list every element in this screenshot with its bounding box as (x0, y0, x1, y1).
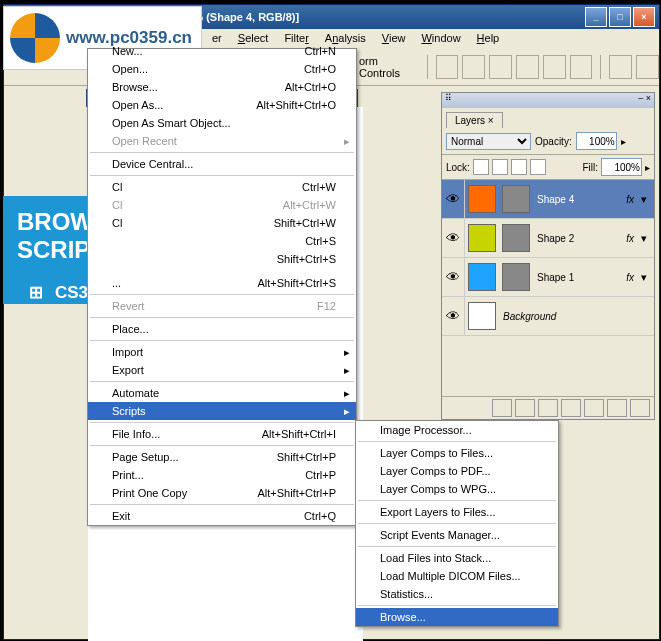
layer-row[interactable]: 👁Shape 1fx▾ (442, 258, 654, 297)
visibility-eye-icon[interactable]: 👁 (442, 180, 465, 218)
align-button-1[interactable] (436, 55, 459, 79)
layer-style-button[interactable] (515, 399, 535, 417)
submenu-item[interactable]: Load Files into Stack... (356, 549, 558, 567)
layers-panel: ⠿ – × Layers × Normal Opacity: ▸ Lock: F… (441, 92, 655, 420)
layer-row[interactable]: 👁Shape 4fx▾ (442, 180, 654, 219)
layer-group-button[interactable] (584, 399, 604, 417)
toolbar-divider (600, 55, 601, 79)
menu-item: ClAlt+Ctrl+W (88, 196, 356, 214)
menu-window[interactable]: Window (413, 29, 468, 49)
close-button[interactable]: × (633, 7, 655, 27)
fx-toggle-icon[interactable]: ▾ (638, 271, 650, 284)
submenu-arrow-icon: ▸ (344, 135, 350, 148)
menu-item: Open Recent▸ (88, 132, 356, 150)
layer-row[interactable]: 👁Shape 2fx▾ (442, 219, 654, 258)
menu-item[interactable]: Ctrl+S (88, 232, 356, 250)
submenu-item[interactable]: Layer Comps to PDF... (356, 462, 558, 480)
lock-all-icon[interactable] (530, 159, 546, 175)
panel-minimize-icon[interactable]: – (638, 93, 643, 103)
lock-position-icon[interactable] (511, 159, 527, 175)
menu-separator (358, 523, 556, 524)
link-layers-button[interactable] (492, 399, 512, 417)
menu-help[interactable]: Help (469, 29, 508, 49)
fx-toggle-icon[interactable]: ▾ (638, 193, 650, 206)
menu-item[interactable]: Import▸ (88, 343, 356, 361)
delete-layer-button[interactable] (630, 399, 650, 417)
submenu-arrow-icon: ▸ (344, 364, 350, 377)
fill-input[interactable] (601, 158, 642, 176)
blend-mode-select[interactable]: Normal (446, 133, 531, 150)
align-button-2[interactable] (462, 55, 485, 79)
menu-separator (90, 294, 354, 295)
submenu-arrow-icon: ▸ (344, 405, 350, 418)
adjustment-layer-button[interactable] (561, 399, 581, 417)
lock-label: Lock: (446, 162, 470, 173)
submenu-item[interactable]: Load Multiple DICOM Files... (356, 567, 558, 585)
menu-item[interactable]: File Info...Alt+Shift+Ctrl+I (88, 425, 356, 443)
submenu-item[interactable]: Statistics... (356, 585, 558, 603)
menu-item[interactable]: Browse...Alt+Ctrl+O (88, 78, 356, 96)
align-button-3[interactable] (489, 55, 512, 79)
panel-header[interactable]: ⠿ – × (442, 93, 654, 108)
align-button-8[interactable] (636, 55, 659, 79)
menu-item[interactable]: ExitCtrl+Q (88, 507, 356, 525)
menu-item[interactable]: Print One CopyAlt+Shift+Ctrl+P (88, 484, 356, 502)
submenu-item[interactable]: Export Layers to Files... (356, 503, 558, 521)
submenu-item[interactable]: Layer Comps to WPG... (356, 480, 558, 498)
toolbar-label: orm Controls (359, 55, 419, 79)
menu-view[interactable]: View (374, 29, 414, 49)
menu-item[interactable]: Page Setup...Shift+Ctrl+P (88, 448, 356, 466)
submenu-item[interactable]: Script Events Manager... (356, 526, 558, 544)
windows-icon: ⊞ (29, 282, 43, 303)
layers-tab[interactable]: Layers × (446, 112, 503, 128)
fill-arrow-icon[interactable]: ▸ (645, 162, 650, 173)
submenu-item[interactable]: Layer Comps to Files... (356, 444, 558, 462)
menu-separator (90, 504, 354, 505)
align-button-4[interactable] (516, 55, 539, 79)
align-button-6[interactable] (570, 55, 593, 79)
layer-mask-button[interactable] (538, 399, 558, 417)
maximize-button[interactable]: □ (609, 7, 631, 27)
minimize-button[interactable]: _ (585, 7, 607, 27)
file-menu: New...Ctrl+N Open...Ctrl+OBrowse...Alt+C… (87, 48, 357, 526)
fx-badge[interactable]: fx (626, 194, 634, 205)
fx-badge[interactable]: fx (626, 233, 634, 244)
align-button-5[interactable] (543, 55, 566, 79)
menu-item[interactable]: Open As Smart Object... (88, 114, 356, 132)
visibility-eye-icon[interactable]: 👁 (442, 219, 465, 257)
menu-item[interactable]: ClCtrl+W (88, 178, 356, 196)
vector-mask-thumb (502, 185, 530, 213)
visibility-eye-icon[interactable]: 👁 (442, 258, 465, 296)
promo-cs3: CS3 (55, 283, 88, 303)
fx-badge[interactable]: fx (626, 272, 634, 283)
menu-item: RevertF12 (88, 297, 356, 315)
layer-name: Shape 2 (537, 233, 574, 244)
menu-item[interactable]: ...Alt+Shift+Ctrl+S (88, 274, 356, 292)
submenu-item[interactable]: Image Processor... (356, 421, 558, 439)
opacity-input[interactable] (576, 132, 617, 150)
visibility-eye-icon[interactable]: 👁 (442, 297, 465, 335)
layer-row[interactable]: 👁Background (442, 297, 654, 336)
menu-item[interactable]: Scripts▸ (88, 402, 356, 420)
lock-transparent-icon[interactable] (473, 159, 489, 175)
menu-item[interactable]: Device Central... (88, 155, 356, 173)
fx-toggle-icon[interactable]: ▾ (638, 232, 650, 245)
layer-thumb (468, 224, 496, 252)
menu-item[interactable]: Export▸ (88, 361, 356, 379)
menu-item[interactable]: Print...Ctrl+P (88, 466, 356, 484)
menu-item-new[interactable]: New...Ctrl+N (88, 45, 356, 60)
panel-close-icon[interactable]: × (646, 93, 651, 103)
opacity-arrow-icon[interactable]: ▸ (621, 136, 626, 147)
menu-item[interactable]: Automate▸ (88, 384, 356, 402)
menu-item[interactable]: Shift+Ctrl+S (88, 250, 356, 268)
lock-pixels-icon[interactable] (492, 159, 508, 175)
align-button-7[interactable] (609, 55, 632, 79)
menu-item[interactable]: Open...Ctrl+O (88, 60, 356, 78)
submenu-item[interactable]: Browse... (356, 608, 558, 626)
new-layer-button[interactable] (607, 399, 627, 417)
menu-item[interactable]: Open As...Alt+Shift+Ctrl+O (88, 96, 356, 114)
menu-separator (358, 500, 556, 501)
toolbar-divider (427, 55, 428, 79)
menu-item[interactable]: Place... (88, 320, 356, 338)
menu-item[interactable]: ClShift+Ctrl+W (88, 214, 356, 232)
